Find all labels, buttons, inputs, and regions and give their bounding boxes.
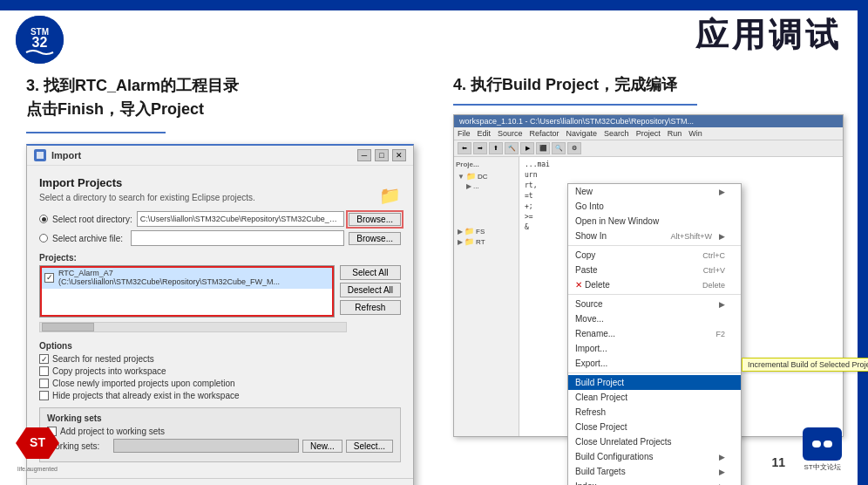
toolbar-btn-7[interactable]: 🔍 — [552, 142, 566, 154]
archive-label: Select archive file: — [52, 234, 126, 243]
ide-menubar: File Edit Source Refactor Navigate Searc… — [454, 127, 843, 140]
archive-input[interactable] — [131, 230, 344, 246]
sidebar-row-rt[interactable]: ▶ 📁 RT — [456, 236, 517, 247]
root-dir-input[interactable] — [137, 211, 345, 227]
dialog-controls: ─ □ ✕ — [357, 149, 406, 161]
left-step-title: 3. 找到RTC_Alarm的工程目录 点击Finish，导入Project — [26, 74, 444, 121]
dialog-body: Import Projects Select a directory to se… — [27, 166, 413, 473]
sidebar-row-1[interactable]: ▼ 📁 DC — [456, 171, 517, 181]
ws-field-row: Working sets: New... Select... — [47, 439, 393, 453]
menu-refactor[interactable]: Refactor — [530, 129, 559, 138]
copy-checkbox[interactable] — [39, 366, 49, 376]
menu-navigate[interactable]: Navigate — [566, 129, 598, 138]
cm-copy[interactable]: CopyCtrl+C — [568, 248, 741, 263]
cm-delete[interactable]: ✕Delete Delete — [568, 277, 741, 292]
cm-build-configs[interactable]: Build Configurations▶ — [568, 449, 741, 464]
ide-editor: ...mai urn rt, =t +; >= & New▶ Go Into O… — [519, 157, 843, 436]
toolbar-btn-5[interactable]: ▶ — [520, 142, 534, 154]
stm32-logo: STM 32 — [16, 16, 77, 64]
right-section: 4. 执行Build Project，完成编译 workspace_1.10.1… — [453, 74, 850, 437]
page-title: 应用调试 — [695, 13, 842, 58]
nested-checkbox[interactable]: ✓ — [39, 354, 49, 364]
archive-row: Select archive file: Browse... — [39, 230, 401, 246]
ide-titlebar: workspace_1.10.1 - C:\Users\liallon\STM3… — [454, 115, 843, 127]
toolbar-btn-6[interactable]: ⬛ — [536, 142, 550, 154]
root-dir-label: Select root directory: — [52, 215, 132, 224]
ws-new-button[interactable]: New... — [302, 440, 342, 453]
bubble-1 — [812, 441, 821, 447]
cm-open-window[interactable]: Open in New Window — [568, 214, 741, 229]
root-radio[interactable] — [39, 215, 48, 223]
minimize-button[interactable]: ─ — [357, 149, 371, 161]
cm-sep-2 — [568, 294, 741, 295]
cm-build-targets[interactable]: Build Targets▶ — [568, 464, 741, 479]
cm-move[interactable]: Move... — [568, 311, 741, 326]
cm-close-unrelated[interactable]: Close Unrelated Projects — [568, 434, 741, 449]
dialog-heading: Import Projects — [39, 176, 401, 189]
menu-source[interactable]: Source — [498, 129, 523, 138]
toolbar-btn-1[interactable]: ⬅ — [458, 142, 471, 154]
archive-browse-button[interactable]: Browse... — [349, 232, 401, 245]
st-tagline: life.augmented — [16, 466, 59, 472]
working-sets-section: Working sets Add project to working sets… — [39, 407, 401, 462]
hide-checkbox[interactable] — [39, 391, 49, 400]
root-dir-row: Select root directory: Browse... — [39, 211, 401, 227]
toolbar-btn-4[interactable]: 🔨 — [505, 142, 519, 154]
sidebar-row-2[interactable]: ▶ ... — [456, 181, 517, 191]
menu-search[interactable]: Search — [604, 129, 629, 138]
dialog-title-text: Import — [51, 150, 81, 161]
svg-text:32: 32 — [32, 35, 48, 50]
code-line-2: urn — [525, 170, 837, 181]
cm-close-project[interactable]: Close Project — [568, 420, 741, 434]
copy-label: Copy projects into workspace — [52, 366, 166, 376]
ws-input[interactable] — [113, 439, 299, 453]
refresh-button[interactable]: Refresh — [340, 300, 401, 315]
cm-new[interactable]: New▶ — [568, 184, 741, 199]
close-button[interactable]: ✕ — [392, 149, 406, 161]
bubble-2 — [824, 441, 832, 447]
left-section: 3. 找到RTC_Alarm的工程目录 点击Finish，导入Project I… — [26, 74, 444, 485]
project-checkbox[interactable]: ✓ — [44, 273, 54, 283]
ws-checkbox-label: Add project to working sets — [60, 427, 165, 436]
svg-rect-3 — [37, 152, 44, 159]
left-title-underline — [26, 132, 166, 133]
sidebar-row-fs[interactable]: ▶ 📁 FS — [456, 226, 517, 236]
toolbar-btn-2[interactable]: ➡ — [473, 142, 487, 154]
horizontal-scrollbar[interactable] — [39, 322, 347, 332]
project-item[interactable]: ✓ RTC_Alarm_A7 (C:\Users\liallon\STM32Cu… — [40, 266, 334, 289]
ws-select-button[interactable]: Select... — [346, 440, 393, 453]
cm-index[interactable]: Index▶ — [568, 479, 741, 485]
sidebar-spacer — [456, 191, 517, 226]
toolbar-btn-3[interactable]: ⬆ — [489, 142, 503, 154]
dialog-title-left: Import — [34, 149, 81, 161]
right-title-underline — [453, 104, 697, 106]
forum-icon — [803, 427, 842, 461]
menu-file[interactable]: File — [458, 129, 471, 138]
cm-export[interactable]: Export... — [568, 356, 741, 371]
toolbar-btn-8[interactable]: ⚙ — [567, 142, 581, 154]
cm-paste[interactable]: PasteCtrl+V — [568, 263, 741, 277]
cm-show-in[interactable]: Show In Alt+Shift+W ▶ — [568, 229, 741, 243]
cm-build-project[interactable]: Build Project — [568, 375, 741, 390]
import-dialog: Import ─ □ ✕ Import Projects Select a di… — [26, 144, 414, 485]
browse-button[interactable]: Browse... — [349, 213, 401, 226]
select-all-button[interactable]: Select All — [340, 265, 401, 280]
bottom-st-logo: ST life.augmented — [16, 426, 59, 472]
right-bar — [858, 0, 868, 485]
menu-edit[interactable]: Edit — [478, 129, 492, 138]
cm-clean-project[interactable]: Clean Project — [568, 390, 741, 405]
deselect-all-button[interactable]: Deselect All — [340, 283, 401, 297]
archive-radio[interactable] — [39, 234, 48, 242]
cm-import[interactable]: Import... — [568, 341, 741, 356]
menu-run[interactable]: Run — [668, 129, 682, 138]
right-step-title: 4. 执行Build Project，完成编译 — [453, 74, 850, 95]
cm-goto[interactable]: Go Into — [568, 199, 741, 214]
menu-project[interactable]: Project — [636, 129, 661, 138]
cm-refresh[interactable]: Refresh — [568, 405, 741, 420]
incremental-build-tooltip: Incremental Build of Selected Projects — [742, 358, 868, 372]
maximize-button[interactable]: □ — [375, 149, 389, 161]
cm-rename[interactable]: Rename...F2 — [568, 326, 741, 341]
cm-source[interactable]: Source▶ — [568, 297, 741, 311]
menu-win[interactable]: Win — [688, 129, 702, 138]
close-new-checkbox[interactable] — [39, 379, 49, 388]
